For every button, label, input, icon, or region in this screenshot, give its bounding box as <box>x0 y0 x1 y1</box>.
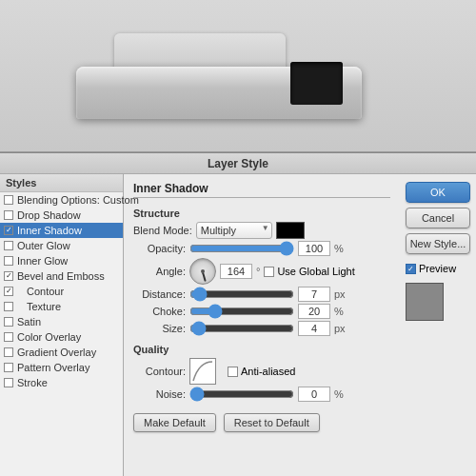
bottom-buttons-row: Make Default Reset to Default <box>133 413 390 432</box>
angle-center-dot <box>201 269 205 273</box>
dialog-body: Styles Blending Options: Custom Drop Sha… <box>0 174 476 476</box>
choke-input[interactable] <box>298 304 330 319</box>
blend-color-swatch[interactable] <box>276 222 305 239</box>
angle-unit: ° <box>256 266 260 277</box>
choke-label: Choke: <box>133 306 186 317</box>
global-light-label[interactable]: Use Global Light <box>264 266 354 277</box>
sidebar-item-inner-shadow[interactable]: Inner Shadow <box>0 223 123 238</box>
distance-unit: px <box>334 288 346 300</box>
sidebar-item-outer-glow[interactable]: Outer Glow <box>0 238 123 253</box>
sidebar-item-satin[interactable]: Satin <box>0 314 123 329</box>
right-buttons-panel: OK Cancel New Style... ✓ Preview <box>400 174 476 476</box>
dialog-title: Layer Style <box>208 157 268 170</box>
blend-mode-label: Blend Mode: <box>133 225 192 236</box>
contour-label: Contour <box>27 286 64 297</box>
sidebar-item-texture[interactable]: Texture <box>0 299 123 314</box>
blend-mode-select[interactable]: Multiply <box>196 222 272 239</box>
bevel-emboss-label: Bevel and Emboss <box>17 270 105 282</box>
choke-row: Choke: % <box>133 304 390 319</box>
angle-row: Angle: ° Use Global Light <box>133 258 390 285</box>
satin-label: Satin <box>17 316 41 327</box>
size-slider[interactable] <box>189 322 294 335</box>
blending-options-checkbox[interactable] <box>4 195 13 205</box>
sidebar-item-gradient-overlay[interactable]: Gradient Overlay <box>0 345 123 360</box>
color-overlay-label: Color Overlay <box>17 331 81 343</box>
preview-label: Preview <box>419 263 456 274</box>
sidebar-item-drop-shadow[interactable]: Drop Shadow <box>0 208 123 223</box>
contour-curve-icon <box>191 360 214 383</box>
dialog-titlebar: Layer Style <box>0 153 476 174</box>
global-light-checkbox[interactable] <box>264 267 274 277</box>
distance-label: Distance: <box>133 288 186 300</box>
layer-style-dialog: Layer Style Styles Blending Options: Cus… <box>0 152 476 476</box>
preview-checkbox[interactable]: ✓ <box>406 264 416 274</box>
pattern-overlay-checkbox[interactable] <box>4 363 13 372</box>
anti-aliased-label[interactable]: Anti-aliased <box>228 366 295 377</box>
drop-shadow-checkbox[interactable] <box>4 210 13 220</box>
new-style-button[interactable]: New Style... <box>406 233 470 254</box>
noise-unit: % <box>334 388 344 400</box>
drop-shadow-label: Drop Shadow <box>17 209 81 221</box>
stroke-checkbox[interactable] <box>4 378 13 387</box>
contour-preview[interactable] <box>189 358 216 385</box>
pattern-overlay-label: Pattern Overlay <box>17 362 89 373</box>
contour-row: Contour: Anti-aliased <box>133 358 390 385</box>
inner-glow-checkbox[interactable] <box>4 256 13 266</box>
inner-shadow-checkbox[interactable] <box>4 226 13 235</box>
choke-slider[interactable] <box>189 305 294 318</box>
opacity-label: Opacity: <box>133 243 186 254</box>
outer-glow-label: Outer Glow <box>17 240 70 251</box>
styles-panel-header: Styles <box>0 174 123 192</box>
inner-glow-label: Inner Glow <box>17 255 68 267</box>
structure-section: Structure Blend Mode: Multiply Opacity: <box>133 208 390 338</box>
sidebar-item-inner-glow[interactable]: Inner Glow <box>0 253 123 268</box>
ok-button[interactable]: OK <box>406 182 470 203</box>
anti-aliased-text: Anti-aliased <box>241 366 295 377</box>
choke-unit: % <box>334 306 344 317</box>
reset-default-button[interactable]: Reset to Default <box>224 413 320 432</box>
global-light-text: Use Global Light <box>277 266 354 277</box>
sidebar-item-blending-options[interactable]: Blending Options: Custom <box>0 192 123 208</box>
contour-label: Contour: <box>133 366 186 377</box>
sidebar-item-contour[interactable]: Contour <box>0 284 123 299</box>
cancel-button[interactable]: Cancel <box>406 208 470 228</box>
texture-label: Texture <box>27 301 61 312</box>
size-row: Size: px <box>133 321 390 336</box>
structure-title: Structure <box>133 208 390 219</box>
satin-checkbox[interactable] <box>4 317 13 327</box>
noise-input[interactable] <box>298 387 330 402</box>
distance-row: Distance: px <box>133 287 390 302</box>
size-unit: px <box>334 323 346 334</box>
texture-checkbox[interactable] <box>4 302 13 311</box>
bevel-emboss-checkbox[interactable] <box>4 271 13 281</box>
quality-section: Quality Contour: Anti-aliased <box>133 344 390 404</box>
noise-slider[interactable] <box>189 387 294 401</box>
preview-area <box>0 0 476 152</box>
stroke-label: Stroke <box>17 377 48 388</box>
sidebar-item-bevel-emboss[interactable]: Bevel and Emboss <box>0 268 123 284</box>
sidebar-item-color-overlay[interactable]: Color Overlay <box>0 329 123 345</box>
angle-input[interactable] <box>220 264 252 279</box>
contour-checkbox[interactable] <box>4 287 13 296</box>
hardware-body <box>76 67 362 119</box>
inner-shadow-label: Inner Shadow <box>17 225 82 236</box>
main-panel: Inner Shadow Structure Blend Mode: Multi… <box>124 174 400 476</box>
opacity-input[interactable] <box>298 241 330 256</box>
sidebar-item-pattern-overlay[interactable]: Pattern Overlay <box>0 360 123 375</box>
sidebar-item-stroke[interactable]: Stroke <box>0 375 123 390</box>
anti-aliased-checkbox[interactable] <box>228 367 238 377</box>
color-overlay-checkbox[interactable] <box>4 332 13 342</box>
opacity-slider[interactable] <box>189 242 294 255</box>
distance-input[interactable] <box>298 287 330 302</box>
angle-dial[interactable] <box>189 258 216 285</box>
size-input[interactable] <box>298 321 330 336</box>
preview-row: ✓ Preview <box>406 263 470 274</box>
gradient-overlay-checkbox[interactable] <box>4 347 13 357</box>
distance-slider[interactable] <box>189 288 294 301</box>
make-default-button[interactable]: Make Default <box>133 413 216 432</box>
quality-title: Quality <box>133 344 390 355</box>
inner-shadow-title: Inner Shadow <box>133 182 390 198</box>
blending-options-label: Blending Options: Custom <box>17 194 139 206</box>
outer-glow-checkbox[interactable] <box>4 241 13 250</box>
opacity-unit: % <box>334 243 344 254</box>
